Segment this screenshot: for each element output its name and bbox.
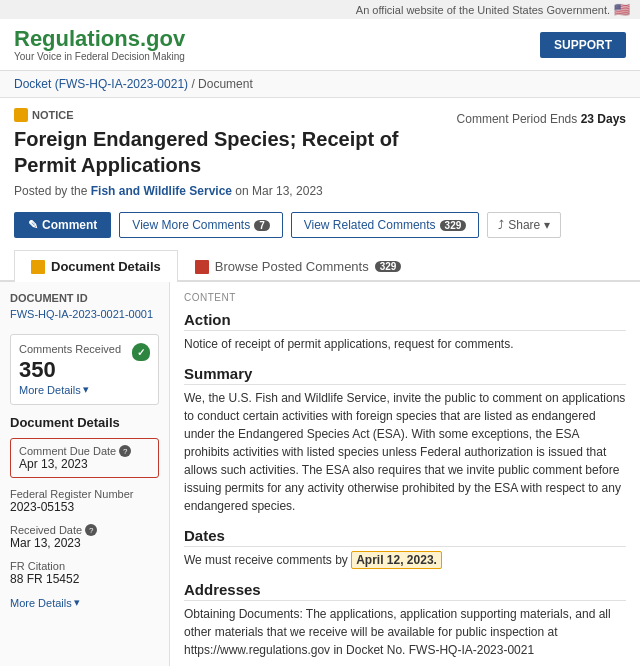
tab-comment-count: 329 xyxy=(375,261,402,272)
comment-due-date-label: Comment Due Date ? xyxy=(19,445,150,457)
chevron-down-icon: ▾ xyxy=(83,383,89,396)
comments-more-details-link[interactable]: More Details ▾ xyxy=(19,383,150,396)
section-action: Action Notice of receipt of permit appli… xyxy=(184,311,626,353)
section-dates-heading: Dates xyxy=(184,527,626,547)
flag-icon: 🇺🇸 xyxy=(614,2,630,17)
comment-button[interactable]: ✎ Comment xyxy=(14,212,111,238)
document-posted: Posted by the Fish and Wildlife Service … xyxy=(14,184,457,198)
doc-content: Content Action Notice of receipt of perm… xyxy=(170,282,640,666)
logo-gov: gov xyxy=(146,26,185,51)
tab-comment-icon xyxy=(195,260,209,274)
share-button[interactable]: ⤴ Share ▾ xyxy=(487,212,561,238)
share-chevron-icon: ▾ xyxy=(544,218,550,232)
section-summary-heading: Summary xyxy=(184,365,626,385)
logo-area: Regulations.gov Your Voice in Federal De… xyxy=(14,27,185,62)
comment-period-label: Comment Period Ends xyxy=(457,112,578,126)
logo-regulations: Regulations xyxy=(14,26,140,51)
document-title: Foreign Endangered Species; Receipt of P… xyxy=(14,126,457,178)
due-date-info-icon[interactable]: ? xyxy=(119,445,131,457)
breadcrumb-current: Document xyxy=(198,77,253,91)
received-date-info-icon[interactable]: ? xyxy=(85,524,97,536)
addresses-obtaining: Obtaining Documents: The applications, a… xyxy=(184,605,626,659)
view-related-count: 329 xyxy=(440,220,467,231)
site-logo: Regulations.gov xyxy=(14,27,185,51)
comments-received-label: Comments Received xyxy=(19,343,150,355)
view-related-comments-button[interactable]: View Related Comments 329 xyxy=(291,212,480,238)
comment-due-date-section: Comment Due Date ? Apr 13, 2023 xyxy=(10,438,159,478)
top-bar: An official website of the United States… xyxy=(0,0,640,19)
comments-received-count: 350 xyxy=(19,357,150,383)
section-summary-body: We, the U.S. Fish and Wildlife Service, … xyxy=(184,389,626,515)
federal-register-section: Federal Register Number 2023-05153 xyxy=(10,488,159,514)
tab-browse-comments-label: Browse Posted Comments xyxy=(215,259,369,274)
federal-register-value: 2023-05153 xyxy=(10,500,159,514)
doc-details-heading: Document Details xyxy=(10,415,159,430)
comments-received-box: ✓ Comments Received 350 More Details ▾ xyxy=(10,334,159,405)
document-header: NOTICE Foreign Endangered Species; Recei… xyxy=(0,98,640,204)
breadcrumb: Docket (FWS-HQ-IA-2023-0021) / Document xyxy=(0,71,640,98)
chevron-down-icon-2: ▾ xyxy=(74,596,80,609)
comment-due-date-value: Apr 13, 2023 xyxy=(19,457,150,471)
section-dates: Dates We must receive comments by April … xyxy=(184,527,626,569)
doc-header-left: NOTICE Foreign Endangered Species; Recei… xyxy=(14,108,457,198)
doc-id-label: Document ID xyxy=(10,292,159,304)
sidebar-more-details-label: More Details xyxy=(10,597,72,609)
fr-citation-label: FR Citation xyxy=(10,560,159,572)
content-label: Content xyxy=(184,292,626,303)
notice-label: NOTICE xyxy=(32,109,74,121)
comment-button-label: Comment xyxy=(42,218,97,232)
view-more-comments-label: View More Comments xyxy=(132,218,250,232)
highlight-date: April 12, 2023. xyxy=(351,551,442,569)
logo-subtitle: Your Voice in Federal Decision Making xyxy=(14,51,185,62)
content-area: Document ID FWS-HQ-IA-2023-0021-0001 ✓ C… xyxy=(0,282,640,666)
document-agency: Fish and Wildlife Service xyxy=(91,184,232,198)
breadcrumb-docket[interactable]: Docket (FWS-HQ-IA-2023-0021) xyxy=(14,77,188,91)
view-related-comments-label: View Related Comments xyxy=(304,218,436,232)
comment-period-days: 23 Days xyxy=(581,112,626,126)
tab-document-details[interactable]: Document Details xyxy=(14,250,178,282)
section-dates-body: We must receive comments by April 12, 20… xyxy=(184,551,626,569)
action-bar: ✎ Comment View More Comments 7 View Rela… xyxy=(0,204,640,246)
received-date-label: Received Date ? xyxy=(10,524,159,536)
comments-more-details-label: More Details xyxy=(19,384,81,396)
dates-body-before: We must receive comments by xyxy=(184,553,348,567)
tabs-bar: Document Details Browse Posted Comments … xyxy=(0,250,640,282)
notice-icon xyxy=(14,108,28,122)
fr-citation-value: 88 FR 15452 xyxy=(10,572,159,586)
support-button[interactable]: SUPPORT xyxy=(540,32,626,58)
shield-icon: ✓ xyxy=(132,343,150,361)
federal-register-label: Federal Register Number xyxy=(10,488,159,500)
sidebar: Document ID FWS-HQ-IA-2023-0021-0001 ✓ C… xyxy=(0,282,170,666)
comment-icon: ✎ xyxy=(28,218,38,232)
official-label: An official website of the United States… xyxy=(356,4,610,16)
share-label: Share xyxy=(508,218,540,232)
posted-by-label: Posted by the xyxy=(14,184,87,198)
fr-citation-section: FR Citation 88 FR 15452 xyxy=(10,560,159,586)
tab-doc-icon xyxy=(31,260,45,274)
site-header: Regulations.gov Your Voice in Federal De… xyxy=(0,19,640,71)
share-icon: ⤴ xyxy=(498,218,504,232)
section-addresses-heading: Addresses xyxy=(184,581,626,601)
posted-on-date: on Mar 13, 2023 xyxy=(235,184,322,198)
sidebar-more-details-link[interactable]: More Details ▾ xyxy=(10,596,159,609)
comment-period: Comment Period Ends 23 Days xyxy=(457,108,626,126)
received-date-value: Mar 13, 2023 xyxy=(10,536,159,550)
view-more-count: 7 xyxy=(254,220,270,231)
tab-browse-comments[interactable]: Browse Posted Comments 329 xyxy=(178,250,419,282)
section-action-body: Notice of receipt of permit applications… xyxy=(184,335,626,353)
view-more-comments-button[interactable]: View More Comments 7 xyxy=(119,212,282,238)
section-summary: Summary We, the U.S. Fish and Wildlife S… xyxy=(184,365,626,515)
tab-document-details-label: Document Details xyxy=(51,259,161,274)
doc-id-value: FWS-HQ-IA-2023-0021-0001 xyxy=(10,308,159,320)
received-date-section: Received Date ? Mar 13, 2023 xyxy=(10,524,159,550)
section-addresses: Addresses Obtaining Documents: The appli… xyxy=(184,581,626,666)
section-action-heading: Action xyxy=(184,311,626,331)
sidebar-document-id-section: Document ID FWS-HQ-IA-2023-0021-0001 xyxy=(10,292,159,320)
notice-tag: NOTICE xyxy=(14,108,74,122)
